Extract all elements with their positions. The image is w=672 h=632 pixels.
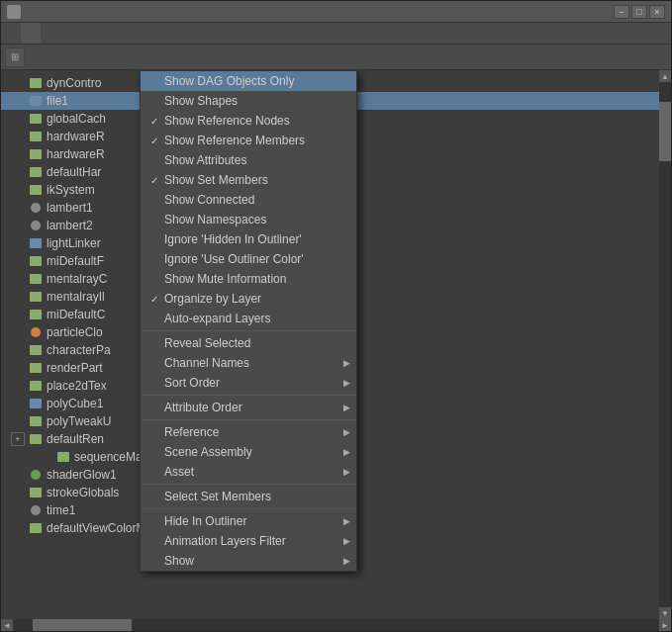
tree-item-label: globalCach [47, 112, 106, 126]
tree-item-label: mentalrayC [47, 272, 107, 286]
tree-item-label: place2dTex [47, 379, 107, 393]
menubar [1, 23, 671, 45]
menu-item-show-set-members[interactable]: ✓Show Set Members [141, 170, 356, 190]
scroll-h-thumb[interactable] [33, 619, 132, 631]
menu-separator [141, 330, 356, 331]
menu-item-reveal-selected[interactable]: Reveal Selected [141, 333, 356, 353]
menu-item-ignore-use-outliner-color-[interactable]: Ignore 'Use Outliner Color' [141, 249, 356, 269]
titlebar-left [7, 5, 27, 19]
menu-separator [141, 508, 356, 509]
tree-item-icon [29, 76, 43, 90]
menu-item-hide-in-outliner[interactable]: Hide In Outliner [141, 511, 356, 531]
menu-item-reference[interactable]: Reference [141, 422, 356, 442]
tree-indent-spacer [11, 343, 25, 357]
menu-item-scene-assembly[interactable]: Scene Assembly [141, 442, 356, 462]
menu-item-show-attributes[interactable]: Show Attributes [141, 150, 356, 170]
tree-indent-spacer [11, 361, 25, 375]
horizontal-scrollbar[interactable]: ◄ ► [1, 619, 671, 631]
scroll-thumb[interactable] [659, 102, 671, 161]
tree-item-label: renderPart [47, 361, 103, 375]
menu-item-animation-layers-filter[interactable]: Animation Layers Filter [141, 531, 356, 551]
minimize-button[interactable]: − [614, 5, 629, 19]
menu-item-label: Attribute Order [164, 401, 348, 414]
vertical-scrollbar[interactable]: ▲ ▼ [659, 70, 671, 619]
window-icon [7, 5, 21, 19]
scroll-right-arrow[interactable]: ► [659, 619, 671, 631]
outliner-window: − □ × ⊞ dynControfile1globalCachhardware… [0, 0, 672, 632]
menu-separator [141, 419, 356, 420]
tree-item-icon [29, 379, 43, 393]
tree-indent-spacer [11, 130, 25, 143]
tree-indent-spacer [11, 165, 25, 179]
menu-item-attribute-order[interactable]: Attribute Order [141, 398, 356, 417]
tree-indent-spacer [11, 325, 25, 339]
tree-indent-spacer [11, 379, 25, 393]
tree-indent-spacer [11, 76, 25, 90]
menu-item-show-dag-objects-only[interactable]: Show DAG Objects Only [141, 71, 356, 91]
tree-item-icon [29, 94, 43, 108]
tree-item-label: miDefaultC [47, 308, 105, 321]
tree-item-icon [29, 414, 43, 428]
tree-indent-spacer [11, 147, 25, 161]
tree-item-icon [29, 343, 43, 357]
tree-item-label: particleClo [47, 325, 103, 339]
menu-item-select-set-members[interactable]: Select Set Members [141, 487, 356, 506]
tree-item-label: dynContro [47, 76, 101, 90]
menu-item-label: Sort Order [164, 376, 348, 390]
menu-show[interactable] [21, 23, 41, 44]
menu-item-show-namespaces[interactable]: Show Namespaces [141, 210, 356, 229]
menu-item-label: Hide In Outliner [164, 514, 348, 528]
menu-item-show-shapes[interactable]: Show Shapes [141, 91, 356, 111]
tree-item-icon [29, 201, 43, 215]
menu-item-organize-by-layer[interactable]: ✓Organize by Layer [141, 289, 356, 309]
tree-item-icon [29, 503, 43, 517]
menu-item-channel-names[interactable]: Channel Names [141, 353, 356, 373]
tree-indent-spacer [11, 94, 25, 108]
menu-item-show-connected[interactable]: Show Connected [141, 190, 356, 210]
tree-item-label: miDefaultF [47, 254, 104, 268]
menu-item-show-reference-nodes[interactable]: ✓Show Reference Nodes [141, 111, 356, 131]
menu-item-label: Reveal Selected [164, 336, 348, 350]
tree-item-icon [29, 290, 43, 304]
tree-item-label: polyCube1 [47, 397, 103, 410]
menu-item-label: Animation Layers Filter [164, 534, 348, 548]
menu-item-show-mute-information[interactable]: Show Mute Information [141, 269, 356, 289]
tree-item-icon [29, 432, 43, 446]
menu-item-show[interactable]: Show [141, 551, 356, 571]
menu-display[interactable] [1, 23, 21, 44]
tree-item-icon [29, 521, 43, 535]
tree-item-label: polyTweakU [47, 414, 111, 428]
close-button[interactable]: × [649, 5, 665, 19]
main-content: dynControfile1globalCachhardwareRhardwar… [1, 70, 671, 619]
tree-item-icon [29, 361, 43, 375]
maximize-button[interactable]: □ [631, 5, 647, 19]
scroll-down-arrow[interactable]: ▼ [659, 607, 671, 619]
menu-item-asset[interactable]: Asset [141, 462, 356, 482]
tree-indent-spacer [11, 486, 25, 499]
tree-item-label: mentalrayIl [47, 290, 105, 304]
tree-item-icon [29, 165, 43, 179]
menu-help[interactable] [41, 23, 60, 44]
tree-item-icon [29, 397, 43, 410]
scroll-up-arrow[interactable]: ▲ [659, 70, 671, 82]
menu-item-auto-expand-layers[interactable]: Auto-expand Layers [141, 309, 356, 328]
tree-expander[interactable]: + [11, 432, 25, 446]
menu-item-label: Organize by Layer [164, 292, 348, 306]
menu-item-ignore-hidden-in-outliner-[interactable]: Ignore 'Hidden In Outliner' [141, 229, 356, 249]
tree-indent-spacer [39, 450, 52, 464]
menu-item-sort-order[interactable]: Sort Order [141, 373, 356, 393]
tree-item-icon [56, 450, 70, 464]
tree-indent-spacer [11, 236, 25, 250]
tree-item-icon [29, 236, 43, 250]
tree-indent-spacer [11, 468, 25, 482]
menu-item-show-reference-members[interactable]: ✓Show Reference Members [141, 131, 356, 150]
menu-item-label: Show Mute Information [164, 272, 348, 286]
menu-item-label: Show Namespaces [164, 213, 348, 226]
tree-item-label: defaultHar [47, 165, 101, 179]
menu-checkmark: ✓ [148, 135, 160, 146]
tree-item-label: strokeGlobals [47, 486, 119, 499]
scroll-left-arrow[interactable]: ◄ [1, 619, 13, 631]
toolbar-btn-1[interactable]: ⊞ [5, 47, 25, 67]
tree-item-icon [29, 308, 43, 321]
dropdown-menu: Show DAG Objects OnlyShow Shapes✓Show Re… [140, 70, 357, 572]
